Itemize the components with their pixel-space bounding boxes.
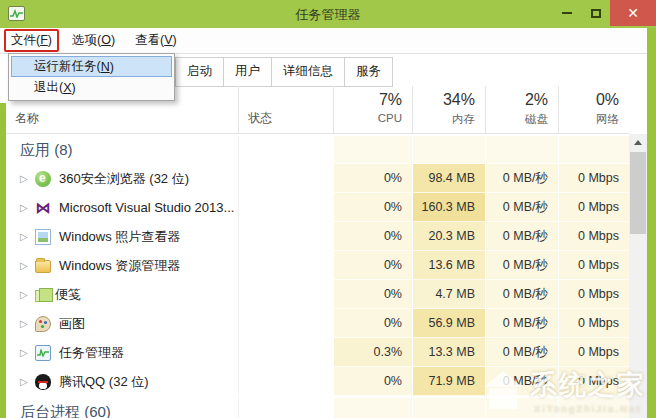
status-cell	[238, 398, 333, 418]
scrollbar-thumb[interactable]	[630, 152, 646, 234]
menubar: 文件(F) 选项(O) 查看(V)	[0, 28, 656, 54]
tab-strip: 启动 用户 详细信息 服务	[176, 57, 393, 87]
menu-item-run-new-task[interactable]: 运行新任务(N)	[11, 56, 172, 77]
memory-cell: 71.9 MB	[412, 367, 485, 396]
column-header-disk[interactable]: 2% 磁盘	[485, 86, 558, 133]
disk-cell: 0 MB/秒	[485, 164, 558, 193]
memory-cell: 56.9 MB	[412, 309, 485, 338]
memory-cell: 13.3 MB	[412, 338, 485, 367]
expand-arrow-icon[interactable]: ▷	[20, 347, 35, 358]
minimize-button[interactable]	[552, 0, 581, 26]
process-name: Windows 资源管理器	[59, 257, 180, 275]
360-browser-icon	[35, 171, 51, 187]
memory-cell: 13.6 MB	[412, 251, 485, 280]
sticky-notes-icon	[35, 290, 47, 302]
process-row-explorer[interactable]: ▷Windows 资源管理器 0% 13.6 MB 0 MB/秒 0 Mbps	[6, 251, 629, 280]
column-header-cpu[interactable]: 7% CPU	[333, 86, 412, 133]
process-name: 画图	[59, 315, 85, 333]
cpu-cell: 0%	[333, 193, 412, 222]
expand-arrow-icon[interactable]: ▷	[20, 289, 35, 300]
process-name: 任务管理器	[59, 344, 124, 362]
process-row-photo-viewer[interactable]: ▷Windows 照片查看器 0% 20.3 MB 0 MB/秒 0 Mbps	[6, 222, 629, 251]
disk-cell: 0 MB/秒	[485, 222, 558, 251]
memory-cell	[412, 136, 485, 164]
window-border-left	[0, 103, 6, 418]
menu-file-mnemonic: F	[40, 33, 48, 47]
expand-arrow-icon[interactable]: ▷	[20, 173, 35, 184]
network-cell: 0 Mbps	[558, 251, 629, 280]
network-cell: 0 Mbps	[558, 338, 629, 367]
menu-options-label: 选项(	[72, 33, 101, 47]
menu-view-label: 查看(	[135, 33, 164, 47]
titlebar: 任务管理器 ✕	[0, 0, 656, 28]
menu-options-label-end: )	[111, 33, 115, 47]
expand-arrow-icon[interactable]: ▷	[20, 376, 35, 387]
menu-view-label-end: )	[173, 33, 177, 47]
status-cell	[238, 338, 333, 367]
expand-arrow-icon[interactable]: ▷	[20, 231, 35, 242]
cpu-column-label: CPU	[334, 112, 402, 124]
status-cell	[238, 251, 333, 280]
menu-item-exit[interactable]: 退出(X)	[11, 77, 172, 98]
qq-icon	[35, 374, 51, 390]
apps-section-label: 应用 (8)	[6, 136, 238, 164]
maximize-button[interactable]	[581, 0, 610, 26]
expand-arrow-icon[interactable]: ▷	[20, 260, 35, 271]
menu-options[interactable]: 选项(O)	[65, 30, 122, 51]
network-column-label: 网络	[559, 112, 619, 127]
disk-column-label: 磁盘	[486, 112, 548, 127]
status-cell	[238, 136, 333, 164]
cpu-cell: 0%	[333, 367, 412, 396]
cpu-cell: 0%	[333, 222, 412, 251]
file-explorer-icon	[35, 260, 51, 273]
expand-arrow-icon[interactable]: ▷	[20, 318, 35, 329]
memory-column-label: 内存	[413, 112, 475, 127]
memory-cell: 20.3 MB	[412, 222, 485, 251]
visual-studio-icon: ⋈	[35, 200, 51, 216]
section-header-apps[interactable]: 应用 (8)	[6, 134, 629, 164]
close-button[interactable]: ✕	[610, 0, 656, 26]
cpu-cell	[333, 136, 412, 164]
network-cell: 0 Mbps	[558, 309, 629, 338]
process-row-360-browser[interactable]: ▷360安全浏览器 (32 位) 0% 98.4 MB 0 MB/秒 0 Mbp…	[6, 164, 629, 193]
expand-arrow-icon[interactable]: ▷	[20, 202, 35, 213]
maximize-icon	[591, 9, 601, 18]
menu-view[interactable]: 查看(V)	[128, 30, 184, 51]
tab-startup[interactable]: 启动	[175, 57, 224, 87]
exit-label-end: )	[72, 81, 76, 95]
menu-options-mnemonic: O	[101, 33, 111, 47]
disk-cell: 0 MB/秒	[485, 193, 558, 222]
run-new-task-label: 运行新任务(	[34, 58, 101, 75]
scroll-up-button[interactable]	[629, 134, 647, 151]
tab-services[interactable]: 服务	[344, 57, 393, 87]
network-total-percent: 0%	[559, 89, 619, 110]
process-name: 360安全浏览器 (32 位)	[59, 170, 189, 188]
watermark: 系统之家 XiTongZhiJia.Net	[482, 367, 646, 414]
status-cell	[238, 367, 333, 396]
cpu-total-percent: 7%	[334, 89, 402, 110]
task-manager-window: 任务管理器 ✕ 文件(F) 选项(O) 查看(V) 启动 用户 详细信息 服务 …	[0, 0, 656, 418]
menu-file[interactable]: 文件(F)	[4, 29, 59, 52]
status-cell	[238, 280, 333, 309]
process-row-paint[interactable]: ▷画图 0% 56.9 MB 0 MB/秒 0 Mbps	[6, 309, 629, 338]
memory-cell	[412, 398, 485, 418]
cpu-cell: 0%	[333, 280, 412, 309]
memory-cell: 98.4 MB	[412, 164, 485, 193]
column-header-status-label: 状态	[248, 110, 272, 127]
process-row-task-manager[interactable]: ▷任务管理器 0.3% 13.3 MB 0 MB/秒 0 Mbps	[6, 338, 629, 367]
network-cell: 0 Mbps	[558, 280, 629, 309]
cpu-cell	[333, 398, 412, 418]
tab-details[interactable]: 详细信息	[271, 57, 345, 87]
memory-cell: 160.3 MB	[412, 193, 485, 222]
column-header-status[interactable]: 状态	[238, 86, 333, 133]
tab-users[interactable]: 用户	[223, 57, 272, 87]
column-header-network[interactable]: 0% 网络	[558, 86, 629, 133]
cpu-cell: 0%	[333, 309, 412, 338]
watermark-house-icon	[482, 371, 524, 411]
window-border-right	[647, 28, 656, 418]
paint-icon	[35, 316, 51, 332]
process-row-visual-studio[interactable]: ▷⋈Microsoft Visual Studio 2013... 0% 160…	[6, 193, 629, 222]
memory-cell: 4.7 MB	[412, 280, 485, 309]
column-header-memory[interactable]: 34% 内存	[412, 86, 485, 133]
process-row-sticky-notes[interactable]: ▷便笺 0% 4.7 MB 0 MB/秒 0 Mbps	[6, 280, 629, 309]
